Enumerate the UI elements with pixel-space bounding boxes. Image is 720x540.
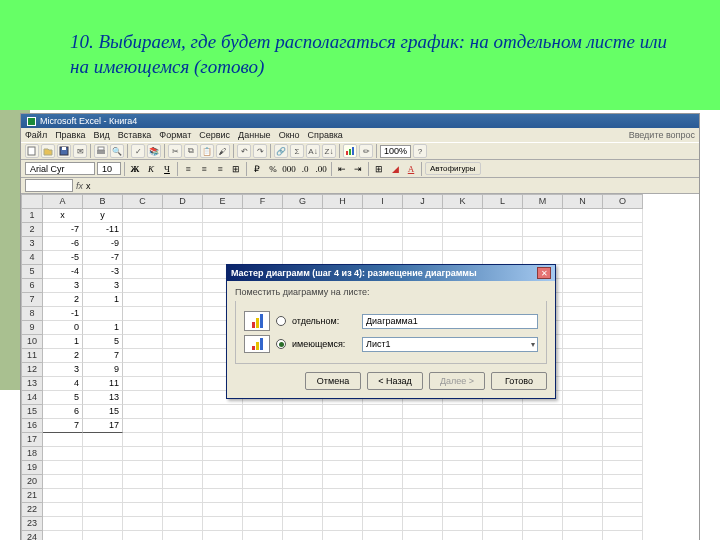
cell[interactable] [123, 531, 163, 540]
cell[interactable] [123, 447, 163, 461]
cell[interactable] [563, 279, 603, 293]
cell[interactable] [83, 531, 123, 540]
percent-icon[interactable]: % [266, 162, 280, 176]
cancel-button[interactable]: Отмена [305, 372, 361, 390]
cell[interactable]: -5 [43, 251, 83, 265]
row-header[interactable]: 6 [21, 279, 43, 293]
save-icon[interactable] [57, 144, 71, 158]
cell[interactable] [243, 419, 283, 433]
cell[interactable] [603, 251, 643, 265]
cell[interactable] [203, 223, 243, 237]
cell[interactable] [283, 447, 323, 461]
italic-button[interactable]: К [144, 162, 158, 176]
cell[interactable] [603, 447, 643, 461]
cell[interactable]: 5 [43, 391, 83, 405]
cell[interactable] [443, 237, 483, 251]
cell[interactable] [123, 293, 163, 307]
cell[interactable] [203, 419, 243, 433]
cell[interactable] [203, 475, 243, 489]
cell[interactable] [603, 223, 643, 237]
cell[interactable]: 9 [83, 363, 123, 377]
cell[interactable] [123, 307, 163, 321]
cell[interactable] [523, 517, 563, 531]
cell[interactable] [203, 517, 243, 531]
cell[interactable] [123, 377, 163, 391]
row-header[interactable]: 1 [21, 209, 43, 223]
zoom-box[interactable]: 100% [380, 145, 411, 158]
menu-item[interactable]: Файл [25, 130, 47, 140]
cell[interactable]: 2 [43, 293, 83, 307]
cell[interactable] [363, 517, 403, 531]
cell[interactable] [323, 419, 363, 433]
row-header[interactable]: 18 [21, 447, 43, 461]
cell[interactable] [363, 461, 403, 475]
menu-item[interactable]: Справка [308, 130, 343, 140]
menu-item[interactable]: Сервис [199, 130, 230, 140]
spell-icon[interactable]: ✓ [131, 144, 145, 158]
help-question[interactable]: Введите вопрос [629, 130, 695, 140]
cell[interactable] [323, 405, 363, 419]
cell[interactable] [603, 237, 643, 251]
cell[interactable] [603, 419, 643, 433]
dec-indent-icon[interactable]: ⇤ [335, 162, 349, 176]
row-header[interactable]: 22 [21, 503, 43, 517]
inc-decimal-icon[interactable]: .0 [298, 162, 312, 176]
cell[interactable] [483, 209, 523, 223]
row-header[interactable]: 20 [21, 475, 43, 489]
cell[interactable]: 3 [43, 279, 83, 293]
row-header[interactable]: 8 [21, 307, 43, 321]
cell[interactable] [363, 419, 403, 433]
cell[interactable]: -7 [43, 223, 83, 237]
menu-item[interactable]: Формат [159, 130, 191, 140]
row-header[interactable]: 15 [21, 405, 43, 419]
cell[interactable] [123, 321, 163, 335]
column-header[interactable]: G [283, 194, 323, 209]
format-painter-icon[interactable]: 🖌 [216, 144, 230, 158]
close-icon[interactable]: ✕ [537, 267, 551, 279]
menu-item[interactable]: Вид [94, 130, 110, 140]
cell[interactable] [563, 489, 603, 503]
copy-icon[interactable]: ⧉ [184, 144, 198, 158]
cell[interactable] [483, 461, 523, 475]
cell[interactable] [283, 531, 323, 540]
row-header[interactable]: 24 [21, 531, 43, 540]
cell[interactable] [123, 461, 163, 475]
cell[interactable] [563, 335, 603, 349]
row-header[interactable]: 9 [21, 321, 43, 335]
drawing-icon[interactable]: ✏ [359, 144, 373, 158]
column-header[interactable]: B [83, 194, 123, 209]
cell[interactable] [523, 433, 563, 447]
cell[interactable] [363, 223, 403, 237]
cell[interactable] [563, 363, 603, 377]
cell[interactable] [243, 461, 283, 475]
cell[interactable] [283, 461, 323, 475]
cell[interactable] [83, 489, 123, 503]
cell[interactable]: 6 [43, 405, 83, 419]
cell[interactable] [323, 209, 363, 223]
cell[interactable] [563, 433, 603, 447]
cell[interactable] [163, 349, 203, 363]
font-size-selector[interactable]: 10 [97, 162, 121, 175]
row-header[interactable]: 19 [21, 461, 43, 475]
column-header[interactable]: E [203, 194, 243, 209]
cell[interactable] [203, 237, 243, 251]
cell[interactable]: -4 [43, 265, 83, 279]
cell[interactable] [123, 349, 163, 363]
cell[interactable] [243, 489, 283, 503]
comma-icon[interactable]: 000 [282, 162, 296, 176]
cell[interactable] [563, 293, 603, 307]
cell[interactable]: 1 [83, 293, 123, 307]
help-icon[interactable]: ? [413, 144, 427, 158]
cell[interactable] [483, 489, 523, 503]
cell[interactable] [243, 447, 283, 461]
cell[interactable] [123, 251, 163, 265]
cell[interactable] [123, 237, 163, 251]
row-header[interactable]: 10 [21, 335, 43, 349]
menu-item[interactable]: Данные [238, 130, 271, 140]
cell[interactable] [163, 475, 203, 489]
cell[interactable] [203, 447, 243, 461]
cell[interactable] [563, 265, 603, 279]
cell[interactable]: -9 [83, 237, 123, 251]
cell[interactable] [403, 209, 443, 223]
cell[interactable]: -1 [43, 307, 83, 321]
